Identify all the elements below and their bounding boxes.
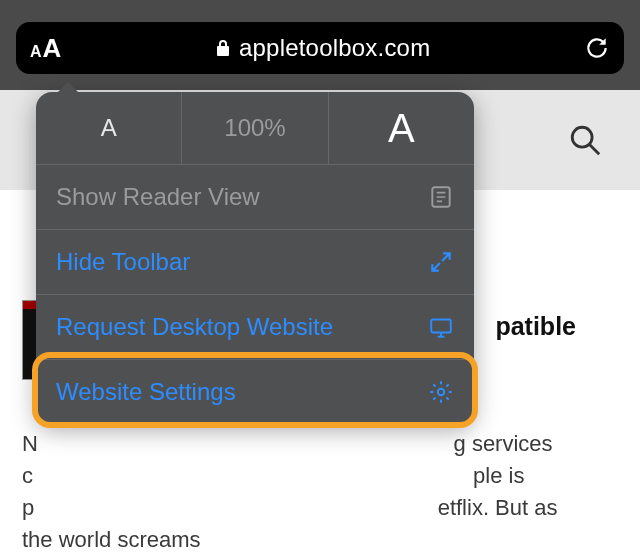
expand-icon — [428, 249, 454, 275]
request-desktop-website-button[interactable]: Request Desktop Website — [36, 295, 474, 359]
url-display[interactable]: appletoolbox.com — [61, 34, 584, 62]
svg-rect-6 — [431, 319, 451, 332]
reload-icon[interactable] — [584, 35, 610, 61]
gear-icon — [428, 379, 454, 405]
reader-icon — [428, 184, 454, 210]
zoom-in-glyph: A — [388, 106, 415, 151]
menu-label: Hide Toolbar — [56, 248, 190, 276]
website-settings-button[interactable]: Website Settings — [36, 360, 474, 424]
show-reader-view-button[interactable]: Show Reader View — [36, 165, 474, 229]
hide-toolbar-button[interactable]: Hide Toolbar — [36, 230, 474, 294]
desktop-icon — [428, 314, 454, 340]
zoom-percent-display[interactable]: 100% — [182, 92, 328, 164]
text-size-button[interactable]: A A — [30, 33, 61, 64]
lock-icon — [215, 38, 231, 58]
aa-large-glyph: A — [43, 33, 62, 64]
menu-label: Show Reader View — [56, 183, 260, 211]
browser-chrome-top: A A appletoolbox.com — [0, 0, 640, 90]
zoom-out-glyph: A — [101, 114, 117, 142]
url-bar: A A appletoolbox.com — [16, 22, 624, 74]
aa-small-glyph: A — [30, 43, 42, 61]
svg-point-0 — [572, 127, 592, 147]
zoom-in-button[interactable]: A — [329, 92, 474, 164]
text-size-popover: A 100% A Show Reader View Hide Toolbar — [36, 92, 474, 424]
zoom-controls-row: A 100% A — [36, 92, 474, 164]
search-icon[interactable] — [568, 123, 602, 157]
article-title-fragment: patible — [495, 312, 576, 341]
popover-caret — [56, 82, 80, 94]
svg-line-1 — [589, 144, 599, 154]
svg-point-9 — [438, 389, 445, 396]
article-body-fragment: N g services c ple is p — [22, 428, 558, 552]
url-text: appletoolbox.com — [239, 34, 430, 62]
zoom-out-button[interactable]: A — [36, 92, 182, 164]
menu-label: Website Settings — [56, 378, 236, 406]
menu-label: Request Desktop Website — [56, 313, 333, 341]
